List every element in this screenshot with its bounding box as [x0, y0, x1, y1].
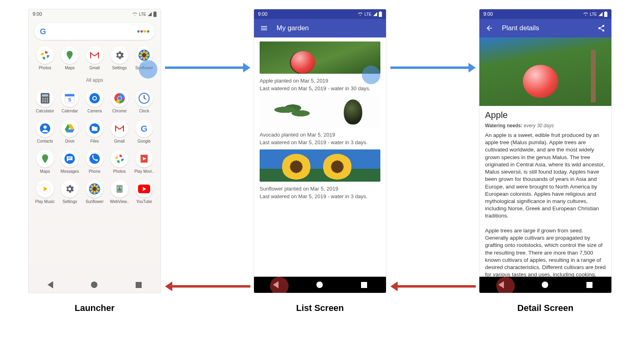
status-time: 9:00: [483, 11, 493, 17]
svg-point-15: [42, 98, 43, 99]
app-messages[interactable]: Messages: [58, 147, 83, 176]
app-label: Photos: [113, 169, 126, 174]
svg-rect-60: [604, 12, 607, 17]
plant-card-sunflower[interactable]: Sunflower planted on Mar 5, 2019Last wat…: [260, 149, 380, 199]
messages-icon: [61, 150, 78, 168]
caption-list: List Screen: [254, 303, 386, 313]
hamburger-menu-icon[interactable]: [260, 24, 268, 33]
app-clock[interactable]: Clock: [132, 87, 157, 116]
status-bar: 9:00 LTE: [479, 9, 611, 19]
signal-icon: [598, 12, 603, 17]
clock-icon: [135, 89, 153, 107]
nav-recent-button[interactable]: [361, 282, 367, 288]
status-time: 9:00: [258, 11, 267, 17]
maps-icon: [61, 46, 78, 64]
app-playmovies[interactable]: Play Movi..: [132, 147, 157, 176]
svg-point-44: [93, 187, 97, 191]
phone-launcher: 9:00 LTE G PhotosMapsGmailSettingsSunflo…: [28, 9, 161, 293]
arrow-forward-1: [165, 66, 250, 69]
detail-body[interactable]: Apple Watering needs: every 30 days An a…: [479, 37, 611, 277]
plant-card-apple[interactable]: Apple planted on Mar 5, 2019Last watered…: [260, 41, 380, 91]
app-files[interactable]: Files: [82, 117, 107, 146]
photos2-icon: [111, 150, 128, 168]
watered-text: Last watered on Mar 5, 2019 - water in 3…: [260, 139, 380, 145]
plant-image: [260, 95, 380, 128]
back-arrow-icon[interactable]: [485, 24, 494, 33]
nav-recent-button[interactable]: [136, 282, 142, 288]
svg-point-4: [142, 53, 146, 57]
app-photos[interactable]: Photos: [33, 44, 58, 72]
nav-recent-button[interactable]: [586, 282, 592, 288]
svg-point-29: [93, 97, 96, 100]
google-search-bar[interactable]: G: [34, 23, 155, 40]
sunflower-icon: [135, 46, 153, 64]
nav-back-button[interactable]: [498, 281, 504, 288]
planted-text: Sunflower planted on Mar 5, 2019: [260, 186, 380, 192]
app-webview[interactable]: WebView..: [107, 178, 132, 206]
svg-rect-58: [379, 12, 382, 17]
app-google[interactable]: GGoogle: [132, 117, 157, 146]
plant-list[interactable]: Apple planted on Mar 5, 2019Last watered…: [254, 37, 386, 277]
app-sunflower2[interactable]: Sunflower: [82, 178, 107, 206]
app-photos2[interactable]: Photos: [107, 147, 132, 176]
playmovies-icon: [135, 150, 153, 168]
svg-rect-59: [380, 11, 381, 12]
app-contacts[interactable]: Contacts: [33, 117, 58, 146]
app-maps[interactable]: Maps: [58, 44, 83, 72]
assistant-icon[interactable]: [137, 30, 149, 33]
app-calendar[interactable]: 5Calendar: [58, 87, 83, 116]
nav-back-button[interactable]: [47, 281, 53, 288]
app-label: Drive: [65, 139, 74, 143]
app-label: WebView..: [110, 199, 129, 204]
app-label: Maps: [40, 169, 50, 174]
app-maps2[interactable]: Maps: [33, 147, 58, 176]
app-label: Phone: [89, 169, 101, 174]
sunflower2-icon: [86, 180, 103, 198]
camera-icon: [86, 89, 103, 107]
app-label: Calendar: [62, 109, 78, 113]
app-drive[interactable]: Drive: [58, 117, 83, 146]
svg-point-39: [44, 156, 46, 158]
nav-home-button[interactable]: [316, 282, 323, 288]
app-camera[interactable]: Camera: [82, 87, 107, 116]
app-playmusic[interactable]: Play Music: [33, 178, 58, 206]
nav-home-button[interactable]: [91, 282, 97, 288]
nav-home-button[interactable]: [542, 282, 548, 288]
svg-point-48: [97, 188, 100, 190]
app-phone[interactable]: Phone: [82, 147, 107, 176]
battery-icon: [153, 11, 157, 17]
plant-card-avocado[interactable]: Avocado planted on Mar 5, 2019Last water…: [260, 95, 380, 145]
app-label: Sunflower: [135, 66, 153, 70]
app-sunflower[interactable]: Sunflower: [132, 44, 157, 72]
arrow-forward-2: [390, 66, 476, 69]
files-icon: [86, 120, 103, 137]
app-gmail[interactable]: Gmail: [82, 44, 107, 72]
gmail2-icon: [111, 120, 128, 137]
status-bar: 9:00 LTE: [29, 9, 161, 19]
app-bar-title: Plant details: [502, 24, 539, 32]
watered-text: Last watered on Mar 5, 2019 - water in 3…: [260, 85, 380, 91]
signal-icon: [147, 12, 152, 17]
app-settings2[interactable]: Settings: [58, 178, 83, 206]
settings-icon: [111, 46, 128, 64]
app-settings[interactable]: Settings: [107, 44, 132, 72]
app-calculator[interactable]: Calculator: [33, 87, 58, 116]
app-bar: Plant details: [479, 19, 611, 37]
arrow-back-1: [390, 285, 476, 288]
webview-icon: [111, 180, 128, 198]
nav-bar: [479, 277, 611, 293]
svg-text:5: 5: [68, 97, 71, 103]
app-gmail2[interactable]: Gmail: [107, 117, 132, 146]
plant-image: [260, 149, 380, 182]
share-icon[interactable]: [597, 24, 606, 33]
svg-rect-1: [154, 11, 155, 12]
app-label: Chrome: [112, 109, 127, 113]
app-chrome[interactable]: Chrome: [107, 87, 132, 116]
svg-point-41: [89, 153, 100, 164]
app-youtube[interactable]: YouTube: [132, 178, 157, 206]
contacts-icon: [36, 120, 54, 137]
phone-icon: [86, 150, 103, 168]
battery-icon: [379, 11, 382, 17]
nav-back-button[interactable]: [273, 281, 279, 288]
svg-point-36: [43, 125, 47, 128]
